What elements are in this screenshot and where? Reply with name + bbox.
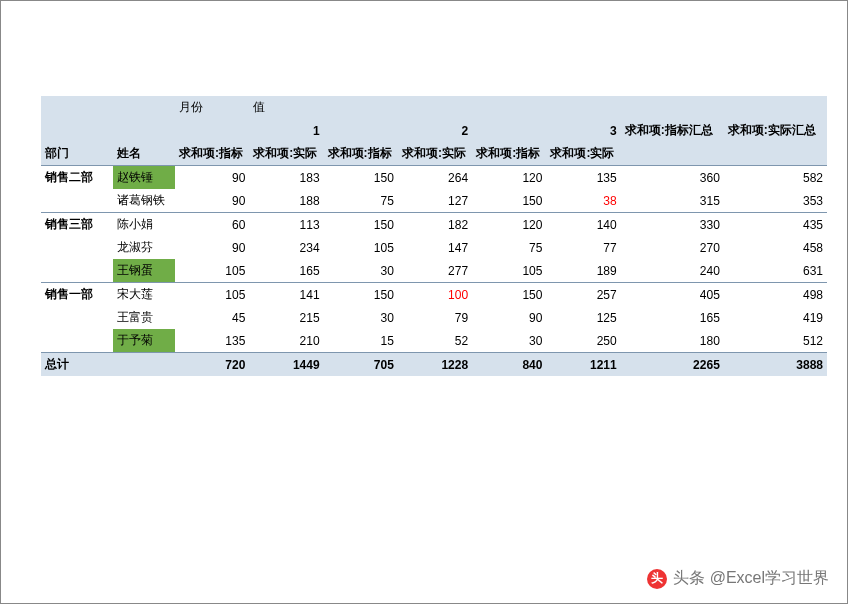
cell-name: 王钢蛋 — [113, 259, 175, 283]
cell-value: 150 — [324, 166, 398, 190]
cell-value: 189 — [546, 259, 620, 283]
cell-value: 183 — [249, 166, 323, 190]
cell-dept — [41, 329, 113, 353]
watermark-icon: 头 — [647, 569, 667, 589]
header-m3-actual: 求和项:实际 — [546, 142, 620, 166]
total-v3: 1228 — [398, 353, 472, 377]
cell-sum: 498 — [724, 283, 827, 307]
cell-dept — [41, 236, 113, 259]
cell-sum: 240 — [621, 259, 724, 283]
header-m2-actual: 求和项:实际 — [398, 142, 472, 166]
cell-value: 105 — [324, 236, 398, 259]
cell-value: 215 — [249, 306, 323, 329]
header-month-1: 1 — [175, 119, 324, 142]
cell-name: 诸葛钢铁 — [113, 189, 175, 213]
total-v1: 1449 — [249, 353, 323, 377]
cell-sum: 405 — [621, 283, 724, 307]
header-dept: 部门 — [41, 142, 113, 166]
cell-sum: 180 — [621, 329, 724, 353]
cell-value: 150 — [472, 283, 546, 307]
cell-value: 210 — [249, 329, 323, 353]
total-v0: 720 — [175, 353, 249, 377]
cell-dept: 销售三部 — [41, 213, 113, 237]
cell-value: 75 — [472, 236, 546, 259]
cell-value: 105 — [472, 259, 546, 283]
watermark: 头 头条 @Excel学习世界 — [647, 568, 829, 589]
header-m3-target: 求和项:指标 — [472, 142, 546, 166]
cell-value: 105 — [175, 283, 249, 307]
cell-value: 90 — [175, 189, 249, 213]
header-value: 值 — [249, 96, 323, 119]
cell-name: 于予菊 — [113, 329, 175, 353]
cell-name: 陈小娟 — [113, 213, 175, 237]
cell-value: 147 — [398, 236, 472, 259]
watermark-text: 头条 @Excel学习世界 — [673, 568, 829, 589]
cell-sum: 435 — [724, 213, 827, 237]
cell-sum: 353 — [724, 189, 827, 213]
cell-value: 277 — [398, 259, 472, 283]
cell-value: 113 — [249, 213, 323, 237]
pivot-table-area: 月份 值 1 2 3 求和项:指标汇总 求和项:实际汇总 部门 姓名 求和项:指… — [1, 1, 847, 376]
total-v5: 1211 — [546, 353, 620, 377]
header-sum-actual-total: 求和项:实际汇总 — [724, 119, 827, 142]
cell-value: 77 — [546, 236, 620, 259]
total-sum0: 2265 — [621, 353, 724, 377]
cell-value: 15 — [324, 329, 398, 353]
cell-value: 120 — [472, 166, 546, 190]
cell-value: 182 — [398, 213, 472, 237]
cell-name: 龙淑芬 — [113, 236, 175, 259]
cell-sum: 165 — [621, 306, 724, 329]
cell-name: 赵铁锤 — [113, 166, 175, 190]
total-sum1: 3888 — [724, 353, 827, 377]
header-month: 月份 — [175, 96, 249, 119]
cell-value: 150 — [324, 283, 398, 307]
cell-sum: 360 — [621, 166, 724, 190]
cell-sum: 631 — [724, 259, 827, 283]
cell-value: 135 — [546, 166, 620, 190]
cell-value: 30 — [472, 329, 546, 353]
header-month-3: 3 — [472, 119, 621, 142]
grand-total-label: 总计 — [41, 353, 113, 377]
cell-sum: 512 — [724, 329, 827, 353]
cell-value: 165 — [249, 259, 323, 283]
cell-value: 264 — [398, 166, 472, 190]
cell-value: 100 — [398, 283, 472, 307]
cell-sum: 315 — [621, 189, 724, 213]
cell-value: 30 — [324, 306, 398, 329]
total-v2: 705 — [324, 353, 398, 377]
cell-value: 75 — [324, 189, 398, 213]
cell-sum: 270 — [621, 236, 724, 259]
cell-value: 250 — [546, 329, 620, 353]
cell-value: 234 — [249, 236, 323, 259]
cell-value: 135 — [175, 329, 249, 353]
cell-name: 王富贵 — [113, 306, 175, 329]
cell-value: 105 — [175, 259, 249, 283]
cell-value: 150 — [472, 189, 546, 213]
header-month-2: 2 — [324, 119, 473, 142]
header-name: 姓名 — [113, 142, 175, 166]
cell-dept: 销售一部 — [41, 283, 113, 307]
cell-value: 90 — [175, 236, 249, 259]
pivot-table: 月份 值 1 2 3 求和项:指标汇总 求和项:实际汇总 部门 姓名 求和项:指… — [41, 96, 827, 376]
cell-sum: 582 — [724, 166, 827, 190]
header-m2-target: 求和项:指标 — [324, 142, 398, 166]
header-sum-target-total: 求和项:指标汇总 — [621, 119, 724, 142]
cell-name: 宋大莲 — [113, 283, 175, 307]
cell-value: 125 — [546, 306, 620, 329]
cell-dept — [41, 259, 113, 283]
cell-value: 141 — [249, 283, 323, 307]
cell-value: 79 — [398, 306, 472, 329]
cell-value: 30 — [324, 259, 398, 283]
cell-value: 120 — [472, 213, 546, 237]
cell-value: 52 — [398, 329, 472, 353]
cell-value: 140 — [546, 213, 620, 237]
header-m1-target: 求和项:指标 — [175, 142, 249, 166]
cell-dept — [41, 306, 113, 329]
cell-value: 90 — [175, 166, 249, 190]
cell-value: 38 — [546, 189, 620, 213]
cell-dept: 销售二部 — [41, 166, 113, 190]
cell-value: 90 — [472, 306, 546, 329]
cell-value: 127 — [398, 189, 472, 213]
cell-value: 188 — [249, 189, 323, 213]
cell-dept — [41, 189, 113, 213]
